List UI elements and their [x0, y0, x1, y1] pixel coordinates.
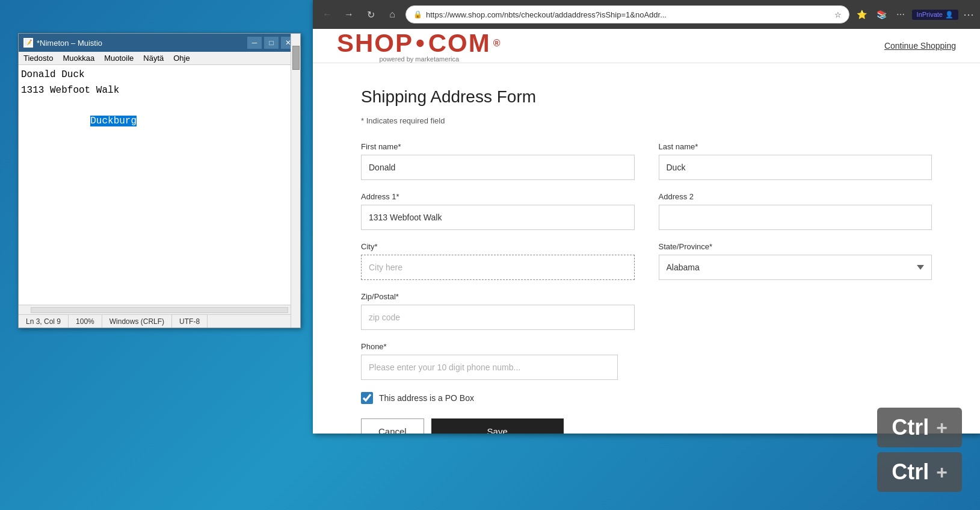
form-row-city-state: City* State/Province* Alabama Alaska Ari… — [361, 242, 932, 280]
cancel-button[interactable]: Cancel — [361, 418, 424, 434]
browser-toolbar: ← → ↻ ⌂ 🔒 https://www.shop.com/nbts/chec… — [313, 0, 980, 29]
minimize-button[interactable]: ─ — [247, 37, 262, 49]
ctrl-overlay: Ctrl + Ctrl + — [877, 408, 962, 492]
collection-icon[interactable]: 📚 — [874, 7, 889, 22]
address1-group: Address 1* — [361, 192, 635, 230]
browser-more-icon[interactable]: ⋯ — [963, 8, 974, 21]
notepad-line-1: Donald Duck — [21, 67, 298, 83]
statusbar-line-ending: Windows (CRLF) — [102, 315, 172, 328]
bookmark-icon[interactable]: ⭐ — [854, 7, 869, 22]
logo-registered: ® — [493, 38, 502, 49]
titlebar-controls: ─ □ ✕ — [247, 37, 295, 49]
last-name-group: Last name* — [659, 142, 932, 180]
city-label: City* — [361, 242, 635, 251]
form-title: Shipping Address Form — [361, 87, 932, 107]
shop-logo: SHOP • COM ® powered by marketamerica — [337, 29, 502, 63]
address1-label: Address 1* — [361, 192, 635, 201]
ctrl-label-2: Ctrl — [892, 459, 929, 485]
notepad-titlebar: 📝 *Nimeton – Muistio ─ □ ✕ — [19, 34, 300, 52]
logo-dot: • — [416, 29, 426, 58]
menu-tiedosto[interactable]: Tiedosto — [19, 52, 58, 64]
inprivate-badge: InPrivate 👤 — [912, 10, 958, 20]
state-select[interactable]: Alabama Alaska Arizona Arkansas Californ… — [659, 255, 932, 280]
notepad-app-icon: 📝 — [23, 38, 33, 48]
back-button[interactable]: ← — [319, 6, 336, 23]
ctrl-key-2: Ctrl + — [877, 452, 962, 492]
notepad-line-3: Duckburg — [21, 98, 298, 145]
form-row-phone: Phone* — [361, 342, 932, 380]
menu-muokkaa[interactable]: Muokkaa — [58, 52, 99, 64]
notepad-menubar: Tiedosto Muokkaa Muotoile Näytä Ohje — [19, 52, 300, 65]
notepad-text: Donald Duck 1313 Webfoot Walk Duckburg — [21, 67, 298, 145]
address2-group: Address 2 — [659, 192, 932, 230]
form-row-zip: Zip/Postal* — [361, 292, 932, 330]
continue-shopping-link[interactable]: Continue Shopping — [884, 41, 956, 51]
user-avatar-icon: 👤 — [945, 11, 954, 19]
required-note: * Indicates required field — [361, 116, 932, 125]
notepad-content[interactable]: Donald Duck 1313 Webfoot Walk Duckburg — [19, 65, 300, 305]
notepad-window: 📝 *Nimeton – Muistio ─ □ ✕ Tiedosto Muok… — [18, 33, 301, 328]
menu-ohje[interactable]: Ohje — [168, 52, 194, 64]
state-label: State/Province* — [659, 242, 932, 251]
state-group: State/Province* Alabama Alaska Arizona A… — [659, 242, 932, 280]
statusbar-zoom: 100% — [69, 315, 102, 328]
lock-icon: 🔒 — [413, 10, 422, 19]
home-button[interactable]: ⌂ — [384, 6, 401, 23]
first-name-group: First name* — [361, 142, 635, 180]
form-area: Shipping Address Form * Indicates requir… — [313, 63, 980, 434]
city-input[interactable] — [361, 255, 635, 280]
statusbar-position: Ln 3, Col 9 — [19, 315, 69, 328]
notepad-title-left: 📝 *Nimeton – Muistio — [23, 38, 102, 48]
last-name-input[interactable] — [659, 155, 932, 180]
notepad-hscroll[interactable] — [19, 305, 300, 314]
last-name-label: Last name* — [659, 142, 932, 151]
plus-2: + — [936, 461, 948, 484]
scroll-thumb — [292, 65, 300, 70]
desktop: 📝 *Nimeton – Muistio ─ □ ✕ Tiedosto Muok… — [0, 0, 980, 510]
form-row-address: Address 1* Address 2 — [361, 192, 932, 230]
ctrl-key-1: Ctrl + — [877, 408, 962, 447]
city-group: City* — [361, 242, 635, 280]
address2-label: Address 2 — [659, 192, 932, 201]
notepad-selected-text: Duckburg — [90, 116, 137, 126]
logo-text: SHOP — [337, 29, 413, 58]
po-box-label: This address is a PO Box — [379, 393, 474, 403]
more-icon[interactable]: ⋯ — [894, 7, 907, 22]
statusbar-encoding: UTF-8 — [172, 315, 208, 328]
zip-label: Zip/Postal* — [361, 292, 635, 301]
address2-input[interactable] — [659, 205, 932, 230]
notepad-scrollbar[interactable] — [291, 65, 300, 305]
po-box-checkbox[interactable] — [361, 392, 373, 404]
address1-input[interactable] — [361, 205, 635, 230]
forward-button[interactable]: → — [341, 6, 357, 23]
zip-spacer — [659, 292, 932, 330]
restore-button[interactable]: □ — [264, 37, 279, 49]
zip-group: Zip/Postal* — [361, 292, 635, 330]
plus-1: + — [936, 417, 948, 439]
address-bar[interactable]: 🔒 https://www.shop.com/nbts/checkout/add… — [405, 5, 849, 23]
logo-com: COM — [428, 29, 491, 58]
po-box-row: This address is a PO Box — [361, 392, 932, 404]
address-text: https://www.shop.com/nbts/checkout/addad… — [426, 10, 831, 19]
refresh-button[interactable]: ↻ — [362, 6, 379, 23]
browser-window: ← → ↻ ⌂ 🔒 https://www.shop.com/nbts/chec… — [313, 0, 980, 434]
shop-header: SHOP • COM ® powered by marketamerica Co… — [313, 29, 980, 63]
notepad-line-2: 1313 Webfoot Walk — [21, 83, 298, 99]
notepad-title: *Nimeton – Muistio — [37, 39, 102, 48]
save-button[interactable]: Save — [431, 418, 564, 434]
first-name-label: First name* — [361, 142, 635, 151]
inprivate-label: InPrivate — [917, 11, 943, 18]
browser-content: SHOP • COM ® powered by marketamerica Co… — [313, 29, 980, 434]
menu-nayta[interactable]: Näytä — [138, 52, 168, 64]
notepad-statusbar: Ln 3, Col 9 100% Windows (CRLF) UTF-8 — [19, 314, 300, 328]
logo-main: SHOP • COM ® — [337, 29, 502, 58]
menu-muotoile[interactable]: Muotoile — [99, 52, 138, 64]
zip-input[interactable] — [361, 305, 635, 330]
form-row-name: First name* Last name* — [361, 142, 932, 180]
phone-input[interactable] — [361, 355, 618, 380]
first-name-input[interactable] — [361, 155, 635, 180]
phone-group: Phone* — [361, 342, 618, 380]
powered-by: powered by marketamerica — [337, 55, 502, 63]
hscroll-track — [31, 307, 288, 313]
phone-label: Phone* — [361, 342, 618, 351]
